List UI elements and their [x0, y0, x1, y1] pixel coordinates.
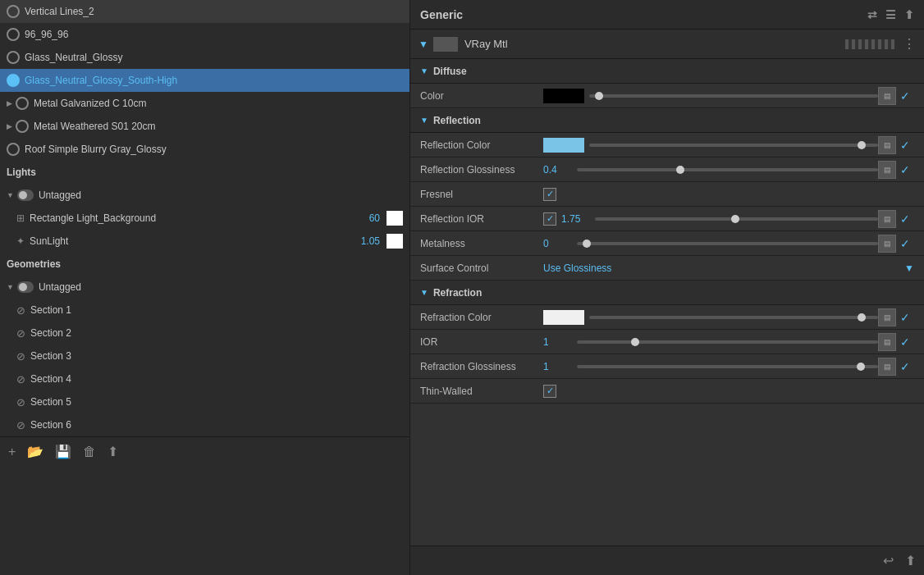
dropdown-arrow-icon[interactable]: ▼	[904, 262, 914, 274]
slider-track[interactable]	[577, 168, 878, 171]
refraction-glossiness-row: Refraction Glossiness 1 ▤ ✓	[410, 354, 924, 379]
prop-number[interactable]: 1	[543, 361, 572, 372]
slider-track[interactable]	[577, 242, 878, 245]
up-icon[interactable]: ⬆	[905, 553, 916, 568]
material-icon	[16, 97, 29, 110]
thin-walled-checkbox[interactable]	[543, 385, 556, 398]
enable-check[interactable]: ✓	[896, 333, 914, 351]
folder-icon[interactable]: 📂	[27, 444, 43, 459]
section-item[interactable]: ⊘ Section 3	[0, 345, 409, 367]
geometries-section-header[interactable]: Geometries	[0, 253, 409, 276]
slider-thumb	[631, 338, 639, 346]
item-label: Rectangle Light_Background	[30, 212, 156, 224]
fresnel-row: Fresnel	[410, 182, 924, 207]
diffuse-section-header[interactable]: ▼ Diffuse	[410, 59, 924, 84]
light-swatch	[387, 234, 403, 249]
move-icon[interactable]: ⬆	[107, 444, 118, 459]
light-value: 1.05	[361, 235, 380, 247]
prop-label: Fresnel	[420, 189, 543, 200]
chevron-down-icon: ▼	[7, 283, 14, 291]
surface-control-value[interactable]: Use Glossiness	[543, 262, 611, 274]
list-item[interactable]: Roof Simple Blurry Gray_Glossy	[0, 138, 409, 161]
light-icon: ⊞	[16, 212, 25, 224]
enable-check[interactable]: ✓	[896, 87, 914, 105]
list-item-selected[interactable]: Glass_Neutral_Glossy_South-High	[0, 69, 409, 92]
prop-number[interactable]: 1	[543, 336, 572, 348]
prop-number[interactable]: 1.75	[561, 213, 590, 225]
material-row[interactable]: ▼ VRay Mtl ⋮	[410, 30, 924, 59]
section-item[interactable]: ⊘ Section 5	[0, 390, 409, 413]
delete-icon[interactable]: 🗑	[83, 445, 96, 459]
transfer-icon[interactable]: ⇄	[867, 8, 877, 21]
fresnel-checkbox[interactable]	[543, 188, 556, 201]
light-item[interactable]: ⊞ Rectangle Light_Background 60	[0, 207, 409, 230]
back-icon[interactable]: ↩	[883, 553, 894, 568]
section-title: Lights	[7, 167, 36, 178]
prop-value-area	[543, 385, 914, 398]
section-icon: ⊘	[16, 373, 25, 386]
enable-check[interactable]: ✓	[896, 161, 914, 179]
texture-button[interactable]: ▤	[878, 136, 896, 154]
refraction-section-header[interactable]: ▼ Refraction	[410, 281, 924, 305]
slider-track[interactable]	[595, 217, 878, 221]
section-title: Geometries	[7, 258, 61, 270]
list-item[interactable]: Vertical Lines_2	[0, 0, 409, 23]
list-add-icon[interactable]: ☰	[885, 8, 896, 21]
prop-number[interactable]: 0.4	[543, 164, 572, 176]
light-item[interactable]: ✦ SunLight 1.05	[0, 230, 409, 253]
prop-value-area: Use Glossiness	[543, 262, 904, 274]
section-item[interactable]: ⊘ Section 4	[0, 367, 409, 390]
section-label: Section 4	[30, 373, 71, 385]
texture-button[interactable]: ▤	[878, 235, 896, 253]
list-item[interactable]: ▶ Metal Galvanized C 10cm	[0, 92, 409, 115]
list-item[interactable]: Glass_Neutral_Glossy	[0, 46, 409, 69]
texture-button[interactable]: ▤	[878, 333, 896, 351]
chevron-down-icon: ▼	[420, 66, 428, 75]
material-icon	[7, 5, 20, 18]
color-swatch[interactable]	[543, 89, 584, 103]
refraction-color-row: Refraction Color ▤ ✓	[410, 305, 924, 330]
left-bottom-toolbar: + 📂 💾 🗑 ⬆	[0, 436, 409, 466]
refraction-ior-row: IOR 1 ▤ ✓	[410, 330, 924, 354]
slider-track[interactable]	[577, 365, 878, 368]
enable-check[interactable]: ✓	[896, 235, 914, 253]
save-icon[interactable]: 💾	[55, 444, 71, 459]
prop-value-area: 0	[543, 238, 878, 249]
lights-untagged-item[interactable]: ▼ Untagged	[0, 184, 409, 207]
texture-button[interactable]: ▤	[878, 358, 896, 376]
section-item[interactable]: ⊘ Section 1	[0, 299, 409, 322]
upload-icon[interactable]: ⬆	[904, 8, 914, 21]
texture-button[interactable]: ▤	[878, 308, 896, 326]
material-more-icon[interactable]: ⋮	[903, 36, 916, 52]
ior-checkbox[interactable]	[543, 212, 556, 226]
list-item[interactable]: ▶ Metal Weathered S01 20cm	[0, 115, 409, 138]
lights-section-header[interactable]: Lights	[0, 161, 409, 184]
list-item[interactable]: 96_96_96	[0, 23, 409, 46]
geometries-untagged-item[interactable]: ▼ Untagged	[0, 276, 409, 299]
section-item[interactable]: ⊘ Section 2	[0, 322, 409, 345]
prop-value-area	[543, 310, 878, 325]
texture-button[interactable]: ▤	[878, 210, 896, 228]
toggle-icon	[17, 189, 34, 201]
item-label: Metal Galvanized C 10cm	[34, 98, 146, 109]
enable-check[interactable]: ✓	[896, 308, 914, 326]
slider-track[interactable]	[589, 316, 878, 319]
reflection-section-header[interactable]: ▼ Reflection	[410, 108, 924, 133]
slider-track[interactable]	[589, 144, 878, 147]
prop-label: Reflection IOR	[420, 213, 543, 225]
add-icon[interactable]: +	[8, 445, 16, 459]
slider-track[interactable]	[589, 94, 878, 98]
enable-check[interactable]: ✓	[896, 210, 914, 228]
enable-check[interactable]: ✓	[896, 136, 914, 154]
enable-check[interactable]: ✓	[896, 358, 914, 376]
color-swatch[interactable]	[543, 138, 584, 153]
chevron-down-icon: ▼	[420, 288, 428, 297]
color-swatch[interactable]	[543, 310, 584, 325]
texture-button[interactable]: ▤	[878, 87, 896, 105]
item-label: 96_96_96	[25, 29, 68, 40]
slider-track[interactable]	[577, 340, 878, 344]
prop-number[interactable]: 0	[543, 238, 572, 249]
texture-button[interactable]: ▤	[878, 161, 896, 179]
section-item[interactable]: ⊘ Section 6	[0, 413, 409, 436]
item-label: Vertical Lines_2	[25, 6, 94, 17]
